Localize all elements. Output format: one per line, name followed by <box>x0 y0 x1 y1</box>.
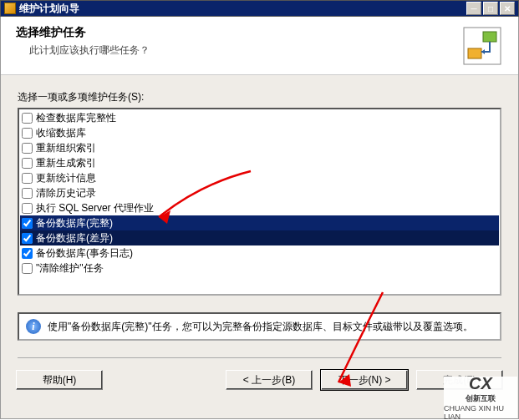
task-row[interactable]: 更新统计信息 <box>20 170 499 185</box>
task-checkbox[interactable] <box>22 218 33 229</box>
task-row[interactable]: 备份数据库(事务日志) <box>20 245 499 261</box>
task-label: 备份数据库(差异) <box>36 231 113 245</box>
task-row[interactable]: 检查数据库完整性 <box>20 110 499 125</box>
task-checkbox[interactable] <box>22 143 33 154</box>
button-bar: 帮助(H) < 上一步(B) 下一步(N) > 完成(F) 取消 <box>1 370 518 398</box>
task-row[interactable]: 执行 SQL Server 代理作业 <box>20 200 499 215</box>
task-row[interactable]: "清除维护"任务 <box>20 261 499 276</box>
task-checkbox[interactable] <box>22 173 33 184</box>
app-icon <box>4 3 16 14</box>
task-checkbox[interactable] <box>22 233 33 244</box>
svg-rect-1 <box>483 32 496 42</box>
task-label: 执行 SQL Server 代理作业 <box>36 201 154 215</box>
hint-box: i 使用"备份数据库(完整)"任务，您可以为完整备份指定源数据库、目标文件或磁带… <box>18 312 501 341</box>
page-title: 选择维护任务 <box>16 25 461 40</box>
client-area: 选择维护任务 此计划应该执行哪些任务？ 选择一项或多项维护任务(S): 检查数据… <box>0 17 519 419</box>
task-label: 重新组织索引 <box>36 141 96 155</box>
task-row-selected[interactable]: 备份数据库(完整) <box>20 215 499 230</box>
wizard-header: 选择维护任务 此计划应该执行哪些任务？ <box>1 17 518 75</box>
title-bar: 维护计划向导 ─ □ ✕ <box>0 0 519 17</box>
wizard-art-icon <box>461 25 503 67</box>
page-subtitle: 此计划应该执行哪些任务？ <box>29 43 461 58</box>
separator <box>18 357 501 358</box>
task-row[interactable]: 清除历史记录 <box>20 185 499 200</box>
task-label: 备份数据库(完整) <box>36 216 113 230</box>
watermark-brand-en: CHUANG XIN HU LIAN <box>444 404 517 420</box>
watermark-brand-cn: 创新互联 <box>466 393 496 404</box>
task-row[interactable]: 备份数据库(差异) <box>20 230 499 245</box>
task-checkbox[interactable] <box>22 263 33 274</box>
task-label: 重新生成索引 <box>36 156 96 170</box>
task-checkbox[interactable] <box>22 113 33 124</box>
task-row[interactable]: 收缩数据库 <box>20 125 499 140</box>
list-label: 选择一项或多项维护任务(S): <box>18 90 501 104</box>
task-checkbox[interactable] <box>22 203 33 214</box>
watermark: CX 创新互联 CHUANG XIN HU LIAN <box>444 377 517 418</box>
info-icon: i <box>26 319 41 334</box>
back-button[interactable]: < 上一步(B) <box>226 370 313 390</box>
minimize-button[interactable]: ─ <box>466 2 481 15</box>
task-checkbox[interactable] <box>22 248 33 259</box>
task-label: 收缩数据库 <box>36 126 86 140</box>
task-label: "清除维护"任务 <box>36 261 104 276</box>
task-listbox[interactable]: 检查数据库完整性 收缩数据库 重新组织索引 重新生成索引 更新统计信息 清除历史… <box>18 108 501 296</box>
maximize-button[interactable]: □ <box>483 2 498 15</box>
window-title: 维护计划向导 <box>19 2 79 16</box>
task-label: 清除历史记录 <box>36 186 96 200</box>
task-checkbox[interactable] <box>22 128 33 139</box>
watermark-logo-icon: CX <box>469 374 492 393</box>
task-row[interactable]: 重新生成索引 <box>20 155 499 170</box>
help-button[interactable]: 帮助(H) <box>16 370 103 390</box>
task-label: 更新统计信息 <box>36 171 96 185</box>
close-button[interactable]: ✕ <box>500 2 515 15</box>
task-label: 检查数据库完整性 <box>36 111 116 125</box>
task-label: 备份数据库(事务日志) <box>36 246 133 261</box>
task-checkbox[interactable] <box>22 188 33 199</box>
task-row[interactable]: 重新组织索引 <box>20 140 499 155</box>
hint-text: 使用"备份数据库(完整)"任务，您可以为完整备份指定源数据库、目标文件或磁带以及… <box>48 320 473 334</box>
task-checkbox[interactable] <box>22 158 33 169</box>
svg-rect-2 <box>468 48 481 58</box>
next-button[interactable]: 下一步(N) > <box>321 370 408 390</box>
